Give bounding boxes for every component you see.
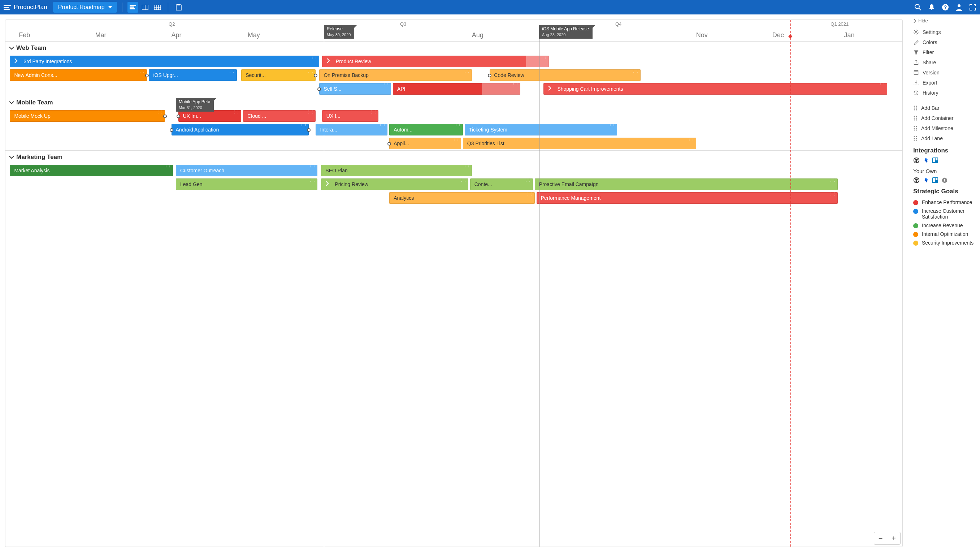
roadmap-bar[interactable]: Product Review⋮⋮ bbox=[322, 56, 549, 67]
roadmap-bar[interactable]: Market Analysis⋮⋮ bbox=[10, 165, 173, 176]
bar-menu-icon[interactable]: ⋮⋮ bbox=[687, 138, 695, 140]
goal-item[interactable]: Increase Revenue bbox=[913, 221, 980, 230]
sidebar-item-version[interactable]: Version bbox=[913, 67, 980, 78]
jira-icon[interactable] bbox=[923, 177, 929, 183]
roadmap-bar[interactable]: Autom...⋮⋮ bbox=[389, 124, 463, 136]
brand[interactable]: ProductPlan bbox=[3, 3, 47, 11]
roadmap-bar[interactable]: Securit...⋮⋮ bbox=[241, 69, 316, 81]
bar-menu-icon[interactable]: ⋮⋮ bbox=[309, 179, 316, 181]
roadmap-bar[interactable]: Pricing Review⋮⋮ bbox=[321, 179, 468, 190]
milestone-flag[interactable]: iOS Mobile App ReleaseAug 28, 2020 bbox=[539, 25, 593, 39]
bar-menu-icon[interactable]: ⋮⋮ bbox=[460, 179, 467, 181]
connector-icon[interactable] bbox=[163, 115, 167, 118]
roadmap-canvas[interactable]: Q2Q3Q4Q1 2021 FebMarAprMayAugNovDecJan M… bbox=[5, 19, 903, 547]
roadmap-bar[interactable]: Cloud ...⋮⋮ bbox=[243, 110, 316, 122]
fullscreen-icon[interactable] bbox=[969, 3, 977, 11]
roadmap-bar[interactable]: Ticketing System⋮⋮ bbox=[465, 124, 617, 136]
search-icon[interactable] bbox=[914, 3, 921, 11]
github-icon[interactable] bbox=[913, 177, 920, 183]
bar-menu-icon[interactable]: ⋮⋮ bbox=[829, 179, 836, 181]
bar-menu-icon[interactable]: ⋮⋮ bbox=[138, 70, 146, 72]
roadmap-bar[interactable]: Android Application⋮⋮ bbox=[172, 124, 309, 136]
roadmap-bar[interactable]: Q3 Priorities List⋮⋮ bbox=[463, 138, 696, 149]
roadmap-bar[interactable]: Code Review⋮⋮ bbox=[490, 69, 640, 81]
roadmap-bar[interactable]: API⋮⋮ bbox=[393, 83, 520, 95]
milestone-flag[interactable]: Mobile App BetaMar 31, 2020 bbox=[176, 98, 214, 112]
roadmap-bar[interactable]: Conte...⋮⋮ bbox=[470, 179, 533, 190]
bar-menu-icon[interactable]: ⋮⋮ bbox=[370, 111, 377, 113]
lane-header[interactable]: Mobile Team bbox=[5, 96, 902, 109]
bar-menu-icon[interactable]: ⋮⋮ bbox=[454, 124, 461, 127]
bar-menu-icon[interactable]: ⋮⋮ bbox=[300, 124, 307, 127]
github-icon[interactable] bbox=[913, 157, 920, 164]
parking-lot-button[interactable] bbox=[173, 2, 184, 13]
sidebar-item-export[interactable]: Export bbox=[913, 78, 980, 88]
bar-menu-icon[interactable]: ⋮⋮ bbox=[540, 56, 547, 59]
roadmap-bar[interactable]: Lead Gen⋮⋮ bbox=[176, 179, 317, 190]
goal-item[interactable]: Enhance Performance bbox=[913, 198, 980, 207]
zoom-out-button[interactable]: − bbox=[874, 532, 887, 544]
bar-menu-icon[interactable]: ⋮⋮ bbox=[164, 166, 172, 168]
roadmap-bar[interactable]: UX Im...⋮⋮ bbox=[178, 110, 241, 122]
split-view-button[interactable] bbox=[140, 2, 151, 13]
bar-menu-icon[interactable]: ⋮⋮ bbox=[463, 166, 471, 168]
connector-icon[interactable] bbox=[145, 74, 149, 77]
sidebar-item-share[interactable]: Share bbox=[913, 57, 980, 67]
bar-menu-icon[interactable]: ⋮⋮ bbox=[156, 111, 164, 113]
trello-icon[interactable] bbox=[932, 177, 939, 183]
sidebar-item-add-lane[interactable]: Add Lane bbox=[913, 133, 980, 144]
bar-menu-icon[interactable]: ⋮⋮ bbox=[526, 193, 533, 195]
bar-menu-icon[interactable]: ⋮⋮ bbox=[463, 70, 471, 72]
sidebar-item-add-milestone[interactable]: Add Milestone bbox=[913, 123, 980, 133]
bell-icon[interactable] bbox=[928, 3, 935, 11]
sidebar-item-add-bar[interactable]: Add Bar bbox=[913, 103, 980, 113]
roadmap-bar[interactable]: Performance Management⋮⋮ bbox=[536, 192, 838, 204]
bar-menu-icon[interactable]: ⋮⋮ bbox=[310, 56, 318, 59]
roadmap-bar[interactable]: Appli...⋮⋮ bbox=[389, 138, 461, 149]
bar-menu-icon[interactable]: ⋮⋮ bbox=[608, 124, 616, 127]
bar-menu-icon[interactable]: ⋮⋮ bbox=[452, 138, 460, 140]
timeline-view-button[interactable] bbox=[127, 2, 138, 13]
connector-icon[interactable] bbox=[314, 74, 317, 77]
sidebar-item-colors[interactable]: Colors bbox=[913, 37, 980, 47]
bar-menu-icon[interactable]: ⋮⋮ bbox=[228, 70, 235, 72]
roadmap-selector[interactable]: Product Roadmap bbox=[53, 2, 117, 13]
lane-header[interactable]: Web Team bbox=[5, 41, 902, 54]
roadmap-bar[interactable]: Intera...⋮⋮ bbox=[316, 124, 387, 136]
bar-menu-icon[interactable]: ⋮⋮ bbox=[379, 124, 386, 127]
roadmap-bar[interactable]: iOS Upgr...⋮⋮ bbox=[149, 69, 237, 81]
user-icon[interactable] bbox=[955, 3, 963, 11]
connector-icon[interactable] bbox=[307, 128, 310, 132]
bar-menu-icon[interactable]: ⋮⋮ bbox=[878, 84, 886, 86]
zoom-in-button[interactable]: + bbox=[887, 532, 900, 544]
roadmap-bar[interactable]: 3rd Party Integrations⋮⋮ bbox=[10, 56, 319, 67]
bar-menu-icon[interactable]: ⋮⋮ bbox=[307, 111, 314, 113]
roadmap-bar[interactable]: Analytics⋮⋮ bbox=[389, 192, 535, 204]
roadmap-bar[interactable]: On Premise Backup⋮⋮ bbox=[319, 69, 472, 81]
plus-circle-icon[interactable] bbox=[941, 177, 948, 183]
roadmap-bar[interactable]: Proactive Email Campaign⋮⋮ bbox=[535, 179, 838, 190]
sidebar-item-settings[interactable]: Settings bbox=[913, 27, 980, 37]
bar-menu-icon[interactable]: ⋮⋮ bbox=[524, 179, 531, 181]
goal-item[interactable]: Security Improvements bbox=[913, 238, 980, 247]
bar-menu-icon[interactable]: ⋮⋮ bbox=[632, 70, 639, 72]
connector-icon[interactable] bbox=[170, 128, 173, 132]
milestone-flag[interactable]: ReleaseMay 30, 2020 bbox=[324, 25, 355, 39]
bar-menu-icon[interactable]: ⋮⋮ bbox=[232, 111, 240, 113]
bar-menu-icon[interactable]: ⋮⋮ bbox=[829, 193, 836, 195]
sidebar-item-add-container[interactable]: Add Container bbox=[913, 113, 980, 123]
bar-menu-icon[interactable]: ⋮⋮ bbox=[307, 70, 314, 72]
roadmap-bar[interactable]: Mobile Mock Up⋮⋮ bbox=[10, 110, 165, 122]
jira-icon[interactable] bbox=[923, 157, 929, 164]
table-view-button[interactable] bbox=[152, 2, 163, 13]
lane-header[interactable]: Marketing Team bbox=[5, 151, 902, 164]
roadmap-bar[interactable]: SEO Plan⋮⋮ bbox=[321, 165, 472, 176]
sidebar-item-filter[interactable]: Filter bbox=[913, 47, 980, 57]
goal-item[interactable]: Increase Customer Satisfaction bbox=[913, 207, 980, 221]
bar-menu-icon[interactable]: ⋮⋮ bbox=[382, 84, 390, 86]
roadmap-bar[interactable]: Self S...⋮⋮ bbox=[319, 83, 391, 95]
roadmap-bar[interactable]: Shopping Cart Improvements⋮⋮ bbox=[543, 83, 887, 95]
roadmap-bar[interactable]: New Admin Cons...⋮⋮ bbox=[10, 69, 147, 81]
bar-menu-icon[interactable]: ⋮⋮ bbox=[309, 166, 316, 168]
roadmap-bar[interactable]: UX I...⋮⋮ bbox=[322, 110, 379, 122]
